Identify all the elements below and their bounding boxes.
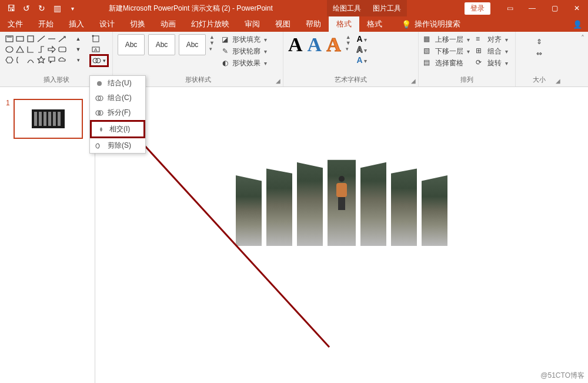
shape-effects-button[interactable]: ◐形状效果▾: [220, 58, 267, 68]
menu-item-intersect[interactable]: 相交(I): [90, 120, 145, 138]
tab-animations[interactable]: 动画: [153, 16, 183, 32]
gallery-more-icon[interactable]: ▾: [72, 55, 85, 65]
shape-roundrect-icon[interactable]: [58, 45, 67, 54]
ribbon-tabs: 文件 开始 插入 设计 切换 动画 幻灯片放映 审阅 视图 帮助 格式 格式 💡…: [0, 16, 588, 32]
style-gallery-up-icon[interactable]: ▲: [209, 34, 215, 40]
slide[interactable]: [112, 87, 571, 346]
shape-arrow-line-icon[interactable]: [58, 34, 67, 44]
tab-design[interactable]: 设计: [92, 16, 122, 32]
shape-rect-icon[interactable]: [15, 34, 25, 44]
tab-transitions[interactable]: 切换: [122, 16, 153, 32]
text-effects-button[interactable]: A▾: [357, 55, 367, 65]
image-strips[interactable]: [236, 134, 471, 246]
shape-arrow-icon[interactable]: [47, 45, 56, 54]
tab-insert[interactable]: 插入: [61, 16, 92, 32]
dialog-launcher-icon[interactable]: ◢: [556, 78, 560, 84]
tab-home[interactable]: 开始: [31, 16, 61, 32]
textbox-icon[interactable]: A: [89, 45, 102, 54]
wa-gallery-down-icon[interactable]: ▼: [346, 40, 351, 46]
shape-line-icon[interactable]: [36, 34, 46, 44]
tab-help[interactable]: 帮助: [298, 16, 329, 32]
svg-marker-9: [48, 46, 55, 52]
close-icon[interactable]: ✕: [566, 0, 588, 16]
slide-canvas-area[interactable]: [95, 87, 588, 383]
shape-textbox-icon[interactable]: [5, 34, 14, 44]
tab-file[interactable]: 文件: [0, 16, 31, 32]
shape-triangle-icon[interactable]: [15, 45, 25, 54]
shape-brace-icon[interactable]: [15, 55, 25, 65]
style-preset-3[interactable]: Abc: [179, 34, 206, 55]
shape-outline-button[interactable]: ✎形状轮廓▾: [220, 46, 267, 56]
drawing-tools-tab[interactable]: 绘图工具: [327, 0, 367, 16]
group-label-size: 大小◢: [520, 75, 558, 85]
save-icon[interactable]: 🖫: [6, 3, 16, 14]
start-from-beginning-icon[interactable]: ▥: [52, 3, 62, 14]
width-icon[interactable]: ⇔: [536, 49, 542, 58]
tab-view[interactable]: 视图: [268, 16, 298, 32]
undo-icon[interactable]: ↺: [21, 3, 32, 14]
text-fill-button[interactable]: A▾: [357, 34, 367, 44]
svg-text:A: A: [94, 47, 98, 52]
lightbulb-icon: 💡: [402, 20, 411, 29]
shape-oval-icon[interactable]: [5, 45, 14, 54]
wordart-preset-1[interactable]: A: [288, 34, 303, 55]
dialog-launcher-icon[interactable]: ◢: [276, 78, 280, 84]
group-button[interactable]: ⊞组合▾: [476, 46, 508, 56]
shape-callout-icon[interactable]: [47, 55, 56, 65]
send-backward-button[interactable]: ▧下移一层▾: [423, 46, 470, 56]
shapes-gallery[interactable]: [5, 34, 67, 67]
tab-format-drawing[interactable]: 格式: [329, 16, 359, 32]
wa-gallery-more-icon[interactable]: ▾: [346, 46, 351, 52]
wordart-preset-2[interactable]: A: [308, 34, 322, 55]
shape-elbow-icon[interactable]: [26, 45, 35, 54]
collapse-ribbon-icon[interactable]: ˄: [581, 34, 584, 42]
dialog-launcher-icon[interactable]: ◢: [411, 78, 416, 84]
svg-point-7: [6, 46, 13, 52]
picture-tools-tab[interactable]: 图片工具: [367, 0, 407, 16]
wa-gallery-up-icon[interactable]: ▲: [346, 34, 351, 40]
shape-connector-icon[interactable]: [36, 45, 46, 54]
text-outline-button[interactable]: A▾: [357, 45, 367, 54]
style-preset-1[interactable]: Abc: [118, 34, 145, 55]
rotate-button[interactable]: ⟳旋转▾: [476, 58, 508, 68]
bring-forward-button[interactable]: ▦上移一层▾: [423, 34, 470, 45]
tab-review[interactable]: 审阅: [237, 16, 268, 32]
merge-shapes-button[interactable]: ▾: [89, 54, 109, 67]
gallery-down-icon[interactable]: ▼: [72, 45, 85, 54]
shape-cloud-icon[interactable]: [58, 55, 67, 65]
ribbon-options-icon[interactable]: ▭: [499, 0, 521, 16]
height-icon[interactable]: ⇕: [536, 38, 542, 46]
login-button[interactable]: 登录: [465, 2, 490, 15]
selection-pane-button[interactable]: ▤选择窗格: [423, 58, 470, 68]
tab-format-picture[interactable]: 格式: [359, 16, 390, 32]
shape-star-icon[interactable]: [36, 55, 46, 65]
outline-icon: ✎: [220, 46, 230, 56]
minimize-icon[interactable]: ―: [521, 0, 543, 16]
gallery-up-icon[interactable]: ▲: [72, 34, 85, 44]
slide-thumbnail-1[interactable]: [14, 99, 83, 139]
style-gallery-down-icon[interactable]: ▼: [209, 40, 215, 46]
maximize-icon[interactable]: ▢: [543, 0, 566, 16]
style-preset-2[interactable]: Abc: [148, 34, 175, 55]
align-button[interactable]: ≡对齐▾: [476, 34, 508, 45]
tab-slideshow[interactable]: 幻灯片放映: [183, 16, 237, 32]
shape-line2-icon[interactable]: [47, 34, 56, 44]
menu-item-fragment[interactable]: 拆分(F): [90, 105, 145, 120]
shape-rect2-icon[interactable]: [26, 34, 35, 44]
wordart-preset-3[interactable]: A: [326, 34, 341, 55]
menu-item-subtract[interactable]: 剪除(S): [90, 138, 145, 153]
shape-hexagon-icon[interactable]: [5, 55, 14, 65]
qat-more-icon[interactable]: ▾: [67, 3, 78, 14]
svg-line-4: [38, 36, 45, 42]
menu-item-combine[interactable]: 组合(C): [90, 91, 145, 105]
document-title: 新建Microsoft PowerPoint 演示文稿 (2) - PowerP…: [109, 0, 273, 16]
tell-me-search[interactable]: 💡 操作说明搜索: [402, 19, 460, 29]
shape-fill-button[interactable]: ◪形状填充▾: [220, 34, 267, 45]
share-icon[interactable]: 👤: [573, 20, 582, 29]
edit-shape-icon[interactable]: [89, 34, 102, 44]
menu-item-union[interactable]: 结合(U): [90, 76, 145, 91]
svg-rect-3: [28, 36, 34, 42]
redo-icon[interactable]: ↻: [36, 3, 47, 14]
style-gallery-more-icon[interactable]: ▾: [209, 46, 215, 52]
shape-curve-icon[interactable]: [26, 55, 35, 65]
